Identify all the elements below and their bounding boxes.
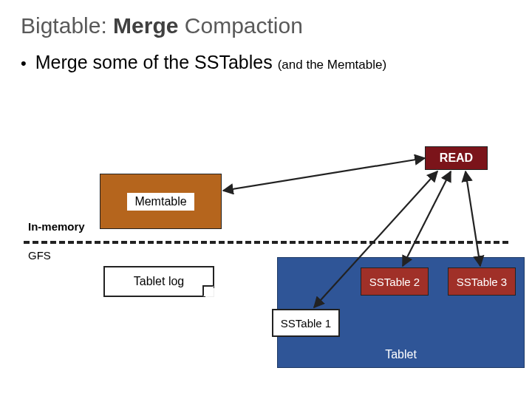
arrows-svg [0, 0, 532, 399]
slide: Bigtable: Merge Compaction • Merge some … [0, 0, 532, 399]
arrow-read-sst2 [403, 171, 451, 266]
arrow-read-sst1 [314, 171, 437, 307]
arrow-read-memtable [223, 158, 425, 191]
arrow-read-sst3 [466, 171, 480, 266]
